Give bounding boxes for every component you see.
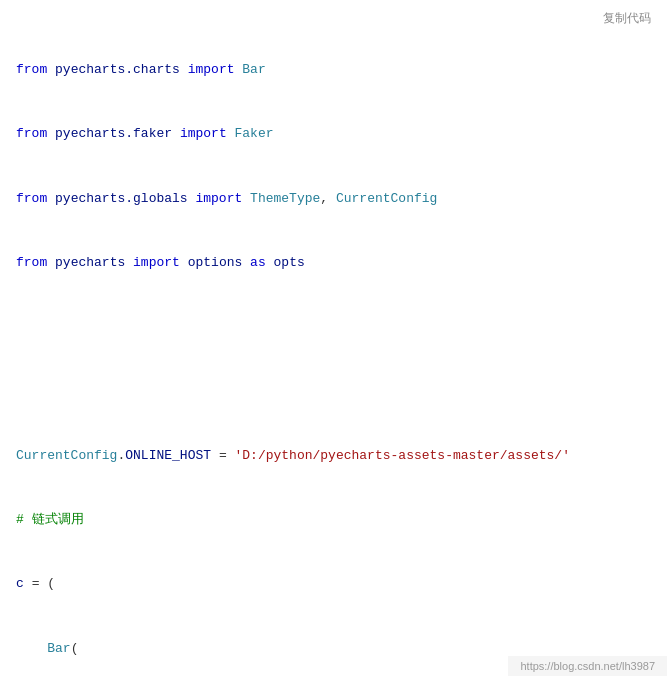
code-block: from pyecharts.charts import Bar from py… — [0, 0, 667, 676]
footer-url: https://blog.csdn.net/lh3987 — [508, 656, 667, 676]
copy-button[interactable]: 复制代码 — [597, 8, 657, 29]
code-line-7: CurrentConfig.ONLINE_HOST = 'D:/python/p… — [16, 445, 651, 466]
code-line-5 — [16, 316, 651, 337]
code-line-8: # 链式调用 — [16, 509, 651, 530]
code-line-3: from pyecharts.globals import ThemeType,… — [16, 188, 651, 209]
code-line-2: from pyecharts.faker import Faker — [16, 123, 651, 144]
code-line-6 — [16, 380, 651, 401]
code-line-9: c = ( — [16, 573, 651, 594]
code-line-1: from pyecharts.charts import Bar — [16, 59, 651, 80]
code-container: 复制代码 from pyecharts.charts import Bar fr… — [0, 0, 667, 676]
code-line-4: from pyecharts import options as opts — [16, 252, 651, 273]
